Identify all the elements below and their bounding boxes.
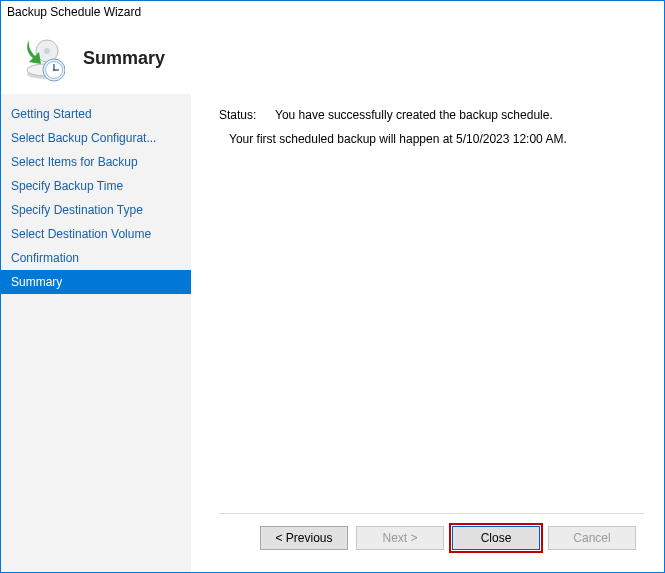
schedule-message: Your first scheduled backup will happen …	[219, 132, 644, 146]
step-specify-backup-time[interactable]: Specify Backup Time	[1, 174, 191, 198]
previous-button[interactable]: < Previous	[260, 526, 348, 550]
backup-schedule-icon	[17, 34, 65, 82]
step-select-items-for-backup[interactable]: Select Items for Backup	[1, 150, 191, 174]
svg-point-8	[53, 69, 55, 71]
page-title: Summary	[83, 48, 165, 69]
wizard-content: Status: You have successfully created th…	[191, 94, 664, 572]
step-getting-started[interactable]: Getting Started	[1, 102, 191, 126]
close-button[interactable]: Close	[452, 526, 540, 550]
status-value: You have successfully created the backup…	[275, 108, 553, 122]
status-label: Status:	[219, 108, 263, 122]
wizard-window: Backup Schedule Wizard Summary Getting S…	[0, 0, 665, 573]
wizard-buttons: < Previous Next > Close Cancel	[219, 526, 644, 562]
button-separator	[219, 513, 644, 514]
titlebar: Backup Schedule Wizard	[1, 1, 664, 23]
next-button: Next >	[356, 526, 444, 550]
wizard-body: Getting Started Select Backup Configurat…	[1, 93, 664, 572]
step-summary[interactable]: Summary	[1, 270, 191, 294]
step-specify-destination-type[interactable]: Specify Destination Type	[1, 198, 191, 222]
step-select-backup-configuration[interactable]: Select Backup Configurat...	[1, 126, 191, 150]
wizard-header: Summary	[1, 23, 664, 93]
window-title: Backup Schedule Wizard	[7, 5, 141, 19]
wizard-steps-sidebar: Getting Started Select Backup Configurat…	[1, 94, 191, 572]
status-row: Status: You have successfully created th…	[219, 108, 644, 122]
step-confirmation[interactable]: Confirmation	[1, 246, 191, 270]
cancel-button: Cancel	[548, 526, 636, 550]
svg-point-3	[44, 48, 50, 54]
step-select-destination-volume[interactable]: Select Destination Volume	[1, 222, 191, 246]
content-spacer	[219, 146, 644, 513]
